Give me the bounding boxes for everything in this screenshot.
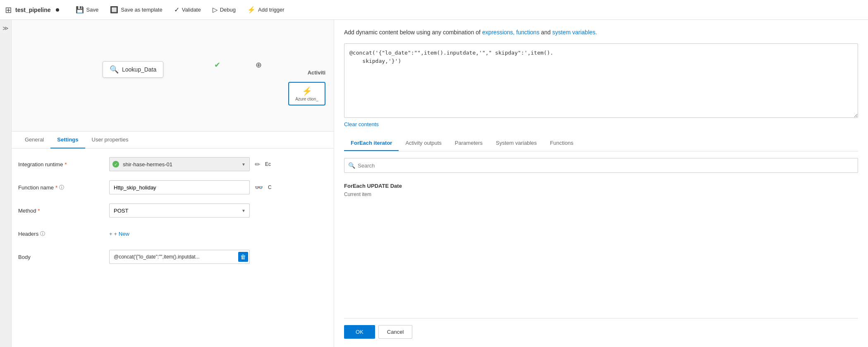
debug-icon: ▷ [213, 6, 218, 14]
headers-label: Headers ⓘ [18, 230, 109, 237]
collapse-icon: ≫ [2, 25, 9, 31]
method-controls: POST GET PUT DELETE [109, 203, 327, 218]
integration-runtime-row: Integration runtime * ✓ shir-hase-hermes… [18, 157, 327, 172]
headers-info-icon[interactable]: ⓘ [40, 230, 45, 237]
debug-button[interactable]: ▷ Debug [208, 3, 241, 16]
method-select[interactable]: POST GET PUT DELETE [109, 203, 250, 218]
search-input[interactable] [344, 158, 858, 173]
edit-label: Ec [265, 161, 271, 167]
function-glasses-icon[interactable]: 👓 [253, 182, 265, 193]
edit-runtime-button[interactable]: ✏ [253, 159, 262, 170]
tab-settings[interactable]: Settings [50, 132, 85, 148]
add-activity-icon[interactable]: ⊕ [256, 60, 262, 69]
delete-icon: 🗑 [240, 254, 246, 260]
pipeline-icon: ⊞ [5, 5, 12, 15]
save-template-icon: 🔲 [110, 6, 118, 14]
activities-label: Activiti [308, 69, 325, 76]
method-row: Method * POST GET PUT DELETE [18, 203, 327, 218]
main-content: ≫ 🔍 Lookup_Data ✔ ⊕ Activiti ⚡ Azure cti… [0, 20, 868, 347]
azure-node-label: Azure ction_ [294, 97, 320, 101]
function-info-icon[interactable]: ⓘ [59, 184, 64, 191]
body-input[interactable] [109, 250, 250, 264]
function-name-label: Function name * ⓘ [18, 184, 109, 191]
runtime-select-wrapper: ✓ shir-hase-hermes-01 [109, 157, 250, 171]
function-name-row: Function name * ⓘ 👓 C [18, 180, 327, 195]
properties-panel: General Settings User properties Integra… [12, 132, 334, 347]
body-controls: 🗑 [109, 250, 327, 264]
function-name-input[interactable] [109, 180, 250, 194]
add-trigger-icon: ⚡ [247, 6, 256, 14]
right-panel: Add dynamic content below using any comb… [334, 20, 868, 347]
foreach-section-title: ForEach UPDATE Date [344, 179, 858, 191]
dynamic-content-header: Add dynamic content below using any comb… [344, 28, 858, 37]
success-check-icon: ✔ [214, 60, 220, 69]
pipeline-name: test_pipeline [15, 7, 51, 13]
function-extra-label: C [268, 184, 272, 190]
add-trigger-button[interactable]: ⚡ Add trigger [242, 3, 289, 16]
body-label: Body [18, 254, 109, 260]
lookup-icon: 🔍 [110, 65, 119, 74]
sidebar-toggle[interactable]: ≫ [0, 20, 12, 347]
integration-runtime-controls: ✓ shir-hase-hermes-01 ✏ Ec [109, 157, 327, 171]
required-star-method: * [38, 208, 40, 214]
validate-label: Validate [182, 7, 201, 13]
tab-foreach-iterator[interactable]: ForEach iterator [344, 136, 399, 151]
tab-system-variables[interactable]: System variables [489, 136, 543, 151]
validate-icon: ✓ [174, 6, 179, 14]
unsaved-indicator [56, 8, 59, 12]
right-panel-inner: Add dynamic content below using any comb… [344, 28, 858, 339]
method-select-wrapper: POST GET PUT DELETE [109, 203, 250, 218]
left-panel: 🔍 Lookup_Data ✔ ⊕ Activiti ⚡ Azure ction… [12, 20, 334, 347]
tab-parameters[interactable]: Parameters [448, 136, 489, 151]
lookup-node-label: Lookup_Data [122, 66, 156, 73]
required-star-runtime: * [65, 161, 67, 168]
toolbar: ⊞ test_pipeline 💾 Save 🔲 Save as templat… [0, 0, 868, 20]
form-body: Integration runtime * ✓ shir-hase-hermes… [12, 148, 334, 281]
tab-general[interactable]: General [18, 132, 50, 148]
search-wrapper: 🔍 [344, 158, 858, 173]
expression-textarea[interactable]: @concat('{"lo_date":"",item().inputdate,… [344, 43, 858, 118]
integration-runtime-label: Integration runtime * [18, 161, 109, 168]
canvas-area: 🔍 Lookup_Data ✔ ⊕ Activiti ⚡ Azure ction… [12, 20, 334, 132]
dynamic-tabs: ForEach iterator Activity outputs Parame… [344, 136, 858, 151]
system-variables-link[interactable]: system variables. [552, 29, 597, 36]
current-item-label[interactable]: Current item [344, 191, 858, 201]
function-name-controls: 👓 C [109, 180, 327, 194]
ok-button[interactable]: OK [344, 325, 375, 339]
headers-row: Headers ⓘ + + New [18, 226, 327, 241]
method-label: Method * [18, 208, 109, 214]
add-trigger-label: Add trigger [258, 7, 285, 13]
tabs-bar: General Settings User properties [12, 132, 334, 148]
tab-functions[interactable]: Functions [543, 136, 580, 151]
body-input-wrapper: 🗑 [109, 250, 250, 264]
add-header-plus-icon: + [109, 231, 112, 237]
azure-node[interactable]: ⚡ Azure ction_ [288, 82, 325, 105]
expressions-functions-link[interactable]: expressions, functions [482, 29, 541, 36]
headers-controls: + + New [109, 229, 327, 239]
save-label: Save [86, 7, 99, 13]
runtime-status-icon: ✓ [112, 161, 119, 168]
add-header-button[interactable]: + + New [109, 229, 129, 239]
add-header-label: + New [114, 231, 129, 237]
azure-function-icon: ⚡ [294, 86, 320, 96]
required-star-function: * [55, 184, 57, 191]
foreach-list: ForEach UPDATE Date Current item [344, 179, 858, 318]
debug-label: Debug [220, 7, 236, 13]
save-template-button[interactable]: 🔲 Save as template [105, 3, 167, 16]
save-template-label: Save as template [121, 7, 162, 13]
lookup-node[interactable]: 🔍 Lookup_Data [103, 61, 163, 78]
body-row: Body 🗑 [18, 249, 327, 264]
save-button[interactable]: 💾 Save [71, 3, 104, 16]
search-icon: 🔍 [348, 162, 355, 169]
pipeline-title-area: ⊞ test_pipeline [5, 5, 59, 15]
cancel-button[interactable]: Cancel [378, 325, 412, 339]
save-icon: 💾 [76, 6, 84, 14]
tab-user-properties[interactable]: User properties [85, 132, 135, 148]
integration-runtime-select[interactable]: shir-hase-hermes-01 [109, 157, 250, 171]
body-delete-button[interactable]: 🗑 [238, 252, 248, 262]
validate-button[interactable]: ✓ Validate [169, 3, 206, 16]
tab-activity-outputs[interactable]: Activity outputs [399, 136, 448, 151]
clear-contents-link[interactable]: Clear contents [344, 121, 858, 127]
bottom-actions: OK Cancel [344, 318, 858, 339]
